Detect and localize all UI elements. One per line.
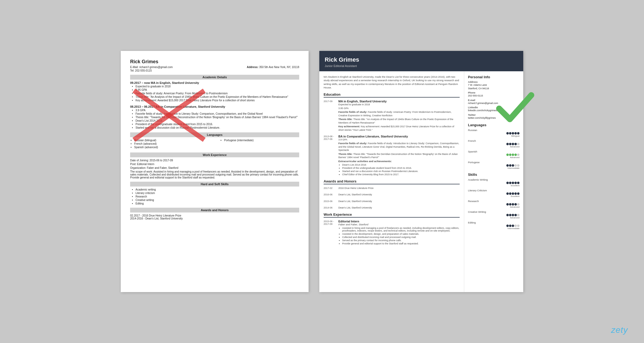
right-name: Rick Grimes: [325, 56, 518, 63]
right-award-1: 2017-02 2016 Drue Heinz Literature Prize: [324, 187, 460, 190]
right-header: Rick Grimes Junior Editorial Assistant: [319, 51, 523, 71]
right-edu-2: 2013-08 - 2017-06 BA in Comparative Lite…: [324, 135, 460, 177]
left-email: E-Mail: richard.f.grimes@gmail.com: [130, 66, 173, 69]
zety-logo: zety: [611, 325, 628, 335]
right-work-section: Work Experience: [324, 212, 460, 218]
left-awards-list: 02.2017 - 2016 Drue Heinz Literature Pri…: [130, 214, 299, 220]
left-skills-header: Hard and Soft Skills: [130, 182, 299, 187]
left-work-post: Post: Editorial Intern: [130, 163, 299, 166]
skill-academic-writing: Academic Writing Excellent: [468, 178, 519, 187]
right-work-1: 2015-06 - 2017-09 Editorial Intern Faber…: [324, 220, 460, 246]
right-awards-section: Awards and Honors: [324, 179, 460, 184]
lang-russian: Russian Bilingual: [468, 129, 519, 137]
left-edu-1-bullets: Expected to graduate in 2018 3.95 GPA Fa…: [136, 85, 299, 102]
skill-research: Research Advanced: [468, 200, 519, 208]
right-edu-section: Education: [324, 92, 460, 98]
right-edu-1: 2017-09 MA in English, Stanford Universi…: [324, 100, 460, 132]
right-body: MA Student in English at Stanford Univer…: [319, 71, 523, 292]
left-work-header: Work Experience: [130, 152, 299, 157]
resume-left: Rick Grimes E-Mail: richard.f.grimes@gma…: [121, 51, 309, 292]
left-edu-entry-1: 09.2017 – now MA in English, Stanford Un…: [130, 81, 299, 102]
left-work-org: Organization: Faber and Faber, Stanford: [130, 166, 299, 169]
left-languages: Russian (bilingual) French (advanced) Sp…: [130, 139, 299, 150]
left-work-dates: Date of Joining: 2015-06 to 2017-09: [130, 159, 299, 162]
left-edu-2-bullets: 3.9 GPA Favorite fields of study: Introd…: [136, 109, 299, 129]
left-work-scope: The scope of work: Assisted in hiring an…: [130, 170, 299, 179]
left-contact: E-Mail: richard.f.grimes@gmail.com Addre…: [130, 66, 299, 69]
right-award-2: 2016-06 Dean's List, Stanford University: [324, 193, 460, 197]
left-tel: Tel: 202-555-0115: [130, 69, 299, 72]
left-academic-header: Academic Details: [130, 75, 299, 80]
left-address: Address: 350 5th Ave New York, NY, 10118: [247, 66, 299, 69]
skill-editing: Editing Intermediate: [468, 221, 519, 230]
left-name: Rick Grimes: [130, 59, 299, 65]
skill-literary-criticism: Literary Criticism Excellent: [468, 189, 519, 197]
lang-spanish: Spanish Advanced: [468, 150, 519, 159]
personal-info-title: Personal Info: [468, 75, 519, 79]
skill-creative-writing: Creative Writing Advanced: [468, 210, 519, 219]
right-main-col: MA Student in English at Stanford Univer…: [319, 71, 464, 292]
green-checkmark-icon: [494, 86, 537, 129]
left-lang-header: Languages: [130, 132, 299, 137]
skills-title: Skills: [468, 173, 519, 177]
left-awards-header: Awards and Honors: [130, 208, 299, 212]
right-award-4: 2014-06 Dean's List, Stanford University: [324, 206, 460, 210]
lang-portugese: Portugese Intermediate: [468, 161, 519, 169]
left-edu-entry-2: 08.2013 – 06.2017 BA in Comparative Lite…: [130, 105, 299, 129]
right-summary: MA Student in English at Stanford Univer…: [324, 75, 460, 89]
right-award-3: 2015-06 Dean's List, Stanford University: [324, 200, 460, 203]
right-subtitle: Junior Editorial Assistant: [325, 64, 518, 68]
lang-french: French Advanced: [468, 139, 519, 148]
resume-right: Rick Grimes Junior Editorial Assistant M…: [319, 51, 523, 292]
left-skills-list: Academic writing Literary criticism Rese…: [136, 188, 299, 205]
green-check-container: [494, 86, 537, 129]
